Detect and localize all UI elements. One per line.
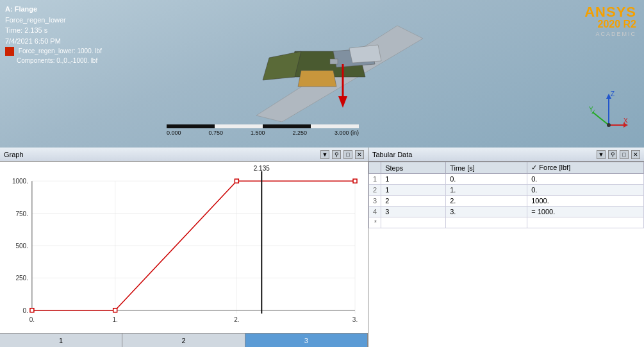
time-new bbox=[446, 217, 527, 228]
svg-text:1.: 1. bbox=[113, 316, 118, 323]
col-time: Time [s] bbox=[446, 162, 527, 174]
scale-label-4: 3.000 (in) bbox=[334, 130, 359, 136]
tabular-title: Tabular Data bbox=[372, 151, 412, 158]
tabular-table: Steps Time [s] ✓ Force [lbf] 1 1 0. 0. 2… bbox=[368, 162, 644, 228]
svg-text:500.: 500. bbox=[16, 242, 28, 250]
graph-dropdown-btn[interactable]: ▼ bbox=[320, 150, 329, 159]
svg-line-12 bbox=[593, 112, 609, 125]
3d-viewport: A: Flange Force_regen_lower Time: 2.135 … bbox=[0, 0, 644, 148]
svg-rect-41 bbox=[113, 309, 117, 312]
step-3: 2 bbox=[381, 196, 446, 207]
axis-indicator: Z Y X bbox=[586, 90, 631, 135]
svg-text:Y: Y bbox=[589, 106, 593, 113]
tabular-panel: Tabular Data ▼ ⚲ □ ✕ Steps Time [s] ✓ Fo… bbox=[368, 148, 644, 347]
time-4: 3. bbox=[446, 207, 527, 217]
graph-tab-2[interactable]: 2 bbox=[122, 334, 245, 347]
svg-rect-42 bbox=[235, 179, 238, 183]
scale-bar: 0.000 0.750 1.500 2.250 3.000 (in) bbox=[167, 124, 359, 136]
ansys-logo: ANSYS 2020 R2 ACADEMIC bbox=[584, 5, 636, 37]
svg-rect-40 bbox=[30, 309, 34, 312]
svg-rect-8 bbox=[330, 59, 338, 64]
col-rownum bbox=[369, 162, 381, 174]
date-label: 7/4/2021 6:50 PM bbox=[5, 36, 66, 47]
force-3: 1000. bbox=[527, 196, 644, 207]
graph-close-btn[interactable]: ✕ bbox=[355, 150, 364, 159]
info-text: A: Flange Force_regen_lower Time: 2.135 … bbox=[5, 4, 66, 46]
force-2: 0. bbox=[527, 185, 644, 196]
time-2: 1. bbox=[446, 185, 527, 196]
table-row: 4 3 3. = 1000. bbox=[369, 207, 644, 217]
force-1: 0. bbox=[527, 174, 644, 185]
force-new bbox=[527, 217, 644, 228]
tabular-header: Tabular Data ▼ ⚲ □ ✕ bbox=[368, 148, 644, 162]
step-1: 1 bbox=[381, 174, 446, 185]
components-label: Components: 0.,0.,-1000. lbf bbox=[5, 56, 102, 65]
step-new bbox=[381, 217, 446, 228]
scale-label-2: 1.500 bbox=[251, 130, 265, 136]
3d-model bbox=[218, 13, 423, 122]
svg-marker-5 bbox=[349, 45, 381, 63]
row-num-1: 1 bbox=[369, 174, 381, 185]
row-num-2: 2 bbox=[369, 185, 381, 196]
force-label: Force_regen_lower: 1000. lbf bbox=[19, 47, 102, 55]
graph-controls: ▼ ⚲ □ ✕ bbox=[320, 150, 364, 159]
force-4: = 1000. bbox=[527, 207, 644, 217]
table-row-new: * bbox=[369, 217, 644, 228]
svg-text:Z: Z bbox=[611, 90, 615, 97]
svg-text:750.: 750. bbox=[16, 210, 28, 217]
graph-tabs: 1 2 3 bbox=[0, 333, 368, 347]
legend-color-box bbox=[5, 47, 14, 56]
svg-text:2.: 2. bbox=[234, 316, 239, 323]
time-label: Time: 2.135 s bbox=[5, 25, 66, 36]
svg-text:0.: 0. bbox=[29, 316, 35, 323]
row-num-star: * bbox=[369, 217, 381, 228]
time-1: 0. bbox=[446, 174, 527, 185]
tabular-controls: ▼ ⚲ □ ✕ bbox=[597, 150, 640, 159]
scale-label-3: 2.250 bbox=[292, 130, 307, 136]
scale-label-1: 0.750 bbox=[208, 130, 223, 136]
graph-panel: Graph ▼ ⚲ □ ✕ bbox=[0, 148, 368, 347]
svg-text:0.: 0. bbox=[23, 307, 28, 314]
graph-content: 1000. 750. 500. 250. 0. 0. 1. 2. 3. bbox=[0, 162, 368, 333]
graph-pin-btn[interactable]: ⚲ bbox=[332, 150, 341, 159]
scale-label-0: 0.000 bbox=[167, 130, 181, 136]
svg-rect-19 bbox=[0, 162, 368, 333]
tabular-dropdown-btn[interactable]: ▼ bbox=[597, 150, 606, 159]
svg-point-18 bbox=[607, 123, 611, 127]
load-name: Force_regen_lower bbox=[5, 15, 66, 26]
svg-rect-43 bbox=[353, 179, 357, 183]
svg-text:250.: 250. bbox=[16, 275, 28, 282]
tabular-close-btn[interactable]: ✕ bbox=[631, 150, 640, 159]
ansys-edition: ACADEMIC bbox=[584, 31, 636, 37]
graph-expand-btn[interactable]: □ bbox=[343, 150, 352, 159]
row-num-4: 4 bbox=[369, 207, 381, 217]
graph-tab-1[interactable]: 1 bbox=[0, 334, 122, 347]
time-3: 2. bbox=[446, 196, 527, 207]
graph-header: Graph ▼ ⚲ □ ✕ bbox=[0, 148, 368, 162]
svg-text:3.: 3. bbox=[352, 316, 358, 323]
col-force: ✓ Force [lbf] bbox=[527, 162, 644, 174]
bottom-panels: Graph ▼ ⚲ □ ✕ bbox=[0, 148, 644, 347]
ansys-year: 2020 R2 bbox=[584, 19, 636, 30]
svg-text:1000.: 1000. bbox=[12, 178, 28, 185]
step-4: 3 bbox=[381, 207, 446, 217]
step-2: 1 bbox=[381, 185, 446, 196]
table-row: 3 2 2. 1000. bbox=[369, 196, 644, 207]
svg-text:X: X bbox=[623, 117, 628, 124]
graph-tab-3[interactable]: 3 bbox=[245, 334, 368, 347]
table-row: 2 1 1. 0. bbox=[369, 185, 644, 196]
svg-marker-7 bbox=[338, 96, 347, 108]
tabular-expand-btn[interactable]: □ bbox=[620, 150, 629, 159]
svg-marker-3 bbox=[298, 71, 336, 87]
force-legend: Force_regen_lower: 1000. lbf Components:… bbox=[5, 46, 102, 65]
tabular-content: Steps Time [s] ✓ Force [lbf] 1 1 0. 0. 2… bbox=[368, 162, 644, 347]
row-num-3: 3 bbox=[369, 196, 381, 207]
tabular-pin-btn[interactable]: ⚲ bbox=[608, 150, 617, 159]
svg-text:2.135: 2.135 bbox=[254, 165, 270, 172]
col-steps: Steps bbox=[381, 162, 446, 174]
part-name: A: Flange bbox=[5, 4, 66, 15]
table-row: 1 1 0. 0. bbox=[369, 174, 644, 185]
ansys-brand: ANSYS bbox=[584, 5, 636, 19]
graph-title: Graph bbox=[4, 151, 24, 158]
